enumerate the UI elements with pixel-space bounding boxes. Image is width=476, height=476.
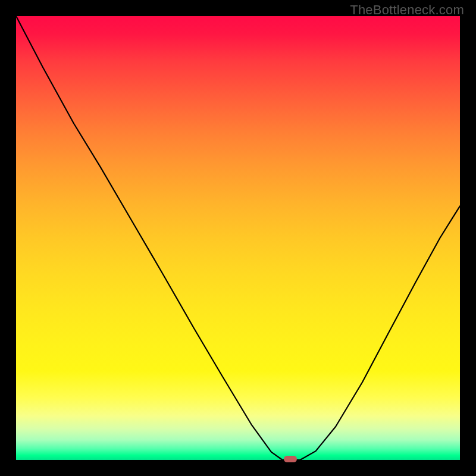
bottleneck-curve [16,16,460,460]
chart-svg [16,16,460,460]
plot-area [16,16,460,460]
min-marker [284,456,297,462]
chart-frame: TheBottleneck.com [0,0,476,476]
